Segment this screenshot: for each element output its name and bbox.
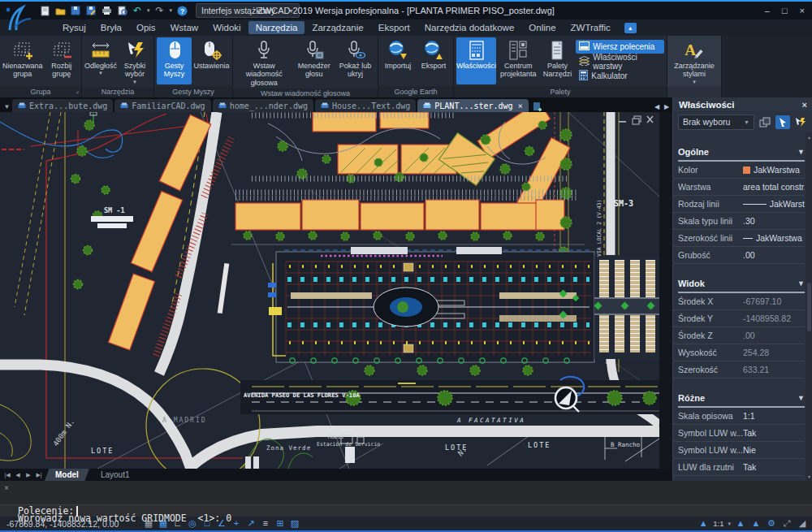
new-tab-button[interactable] [532, 101, 544, 112]
print-icon[interactable] [101, 5, 112, 16]
voice-manager-button[interactable]: Menedżer głosu [294, 37, 334, 87]
quick-select-button[interactable]: Szybki wybór ▾ [119, 37, 151, 85]
prop-row-szerokosc[interactable]: Szerokość 633.21 [673, 361, 805, 378]
doc-tab-house-text[interactable]: House...Text.dwg [315, 99, 416, 112]
mouse-gestures-button[interactable]: Gesty Myszy [157, 37, 192, 84]
prop-row-kolor[interactable]: Kolor JakWarstwa [673, 162, 805, 179]
design-center-button[interactable]: Centrum projektanta [498, 37, 539, 84]
close-tab-icon[interactable]: × [518, 102, 523, 110]
explode-group-button[interactable]: Rozbij grupę [45, 37, 79, 84]
tab-widoki[interactable]: Widoki [205, 21, 248, 34]
button-label: Nienazwana grupa [2, 62, 43, 79]
tab-wstaw[interactable]: Wstaw [163, 21, 206, 34]
select-objects-icon[interactable] [775, 115, 790, 129]
unnamed-group-button[interactable]: Nienazwana grupa [2, 37, 43, 84]
doc-tab-planta-poster[interactable]: PLANT...ster.dwg × [417, 99, 528, 112]
quick-select-small-icon[interactable] [793, 115, 808, 129]
prop-row-warstwa[interactable]: Warstwa area total constr... [673, 179, 805, 196]
close-button[interactable]: × [800, 6, 805, 15]
maximize-button[interactable]: □ [782, 6, 788, 15]
last-layout-icon[interactable]: ▶| [34, 472, 44, 478]
command-history[interactable]: × Wprowadź nową wartość GRIDMODE <1>: 0 … [0, 481, 812, 505]
prop-row-skala-opisowa[interactable]: Skala opisowa 1:1 [673, 408, 805, 425]
collapse-section-icon[interactable]: ▼ [797, 394, 805, 402]
properties-palette-button[interactable]: Właściwości [456, 37, 496, 84]
selection-dropdown[interactable]: Brak wyboru ▼ [678, 115, 754, 130]
scroll-thumb[interactable] [807, 283, 811, 331]
doc-tab-familiarcad[interactable]: FamiliarCAD.dwg [114, 99, 210, 112]
undo-icon[interactable]: ↶ [132, 5, 143, 16]
tab-online[interactable]: Online [521, 21, 563, 34]
scroll-down-icon[interactable]: ▾ [808, 474, 810, 479]
gesture-settings-button[interactable]: Ustawienia [193, 37, 230, 84]
tab-zarzadzanie[interactable]: Zarządzanie [304, 21, 370, 34]
prev-layout-icon[interactable]: ◀ [13, 472, 23, 478]
tab-narzedzia-dodatkowe[interactable]: Narzędzia dodatkowe [417, 21, 522, 34]
insert-voice-message-button[interactable]: Wstaw wiadomość głosowa [235, 37, 292, 87]
distance-button[interactable]: Odległość ▾ [84, 37, 117, 85]
doc-tab-extrattribute[interactable]: Extra...bute.dwg [12, 99, 113, 112]
scroll-tabs-left-icon[interactable]: ◀ [653, 101, 661, 112]
group-break-icon [51, 39, 72, 62]
toggle-pickadd-icon[interactable] [758, 115, 772, 129]
new-file-icon[interactable] [39, 5, 50, 16]
section-rozne[interactable]: Różne ▼ [678, 390, 805, 408]
tool-palettes-button[interactable]: Palety Narzędzi [541, 37, 575, 84]
section-widok[interactable]: Widok ▼ [678, 275, 805, 293]
tab-opis[interactable]: Opis [129, 21, 163, 34]
show-hide-voice-button[interactable]: Pokaż lub ukryj [335, 37, 375, 87]
doc-tab-list-icon[interactable]: ▼ [2, 101, 12, 112]
zwcad-logo-icon[interactable] [2, 2, 36, 35]
ge-export-button[interactable]: Eksport [417, 37, 451, 84]
tab-narzedzia[interactable]: Narzędzia [248, 21, 305, 34]
prop-row-srodek-y[interactable]: Środek Y -1408958.82 [673, 310, 805, 327]
tab-zwtraffic[interactable]: ZWTraffic [564, 21, 618, 34]
close-panel-icon[interactable]: × [802, 100, 807, 110]
open-folder-icon[interactable] [54, 5, 66, 16]
ge-import-button[interactable]: Importuj [381, 37, 415, 84]
first-layout-icon[interactable]: |◀ [2, 472, 12, 478]
command-line-toggle-button[interactable]: Wiersz polecenia [576, 40, 664, 54]
tab-rysuj[interactable]: Rysuj [55, 21, 93, 34]
scroll-tabs-right-icon[interactable]: ▶ [663, 101, 671, 112]
button-label: Centrum projektanta [498, 62, 539, 79]
close-command-icon[interactable]: × [4, 482, 9, 493]
collapse-section-icon[interactable]: ▼ [797, 148, 805, 156]
scroll-up-icon[interactable]: ▴ [808, 134, 810, 140]
prop-row-luw-rzutni[interactable]: LUW dla rzutni Tak [673, 459, 805, 476]
prop-row-symbol-luw-1[interactable]: Symbol LUW w... Tak [673, 425, 805, 442]
prop-row-wysokosc[interactable]: Wysokość 254.28 [673, 344, 805, 361]
prop-row-rodzaj-linii[interactable]: Rodzaj linii JakWarst [673, 196, 805, 213]
collapse-section-icon[interactable]: ▼ [797, 279, 805, 288]
undo-dropdown-icon[interactable]: ▾ [147, 7, 150, 14]
tab-model[interactable]: Model [45, 469, 89, 481]
ribbon-collapse-button[interactable]: ▲ [624, 23, 637, 33]
section-ogolne[interactable]: Ogólne ▼ [678, 144, 805, 162]
redo-dropdown-icon[interactable]: ▾ [170, 7, 173, 14]
style-management-button[interactable]: A Zarządzanie stylami ▾ [670, 37, 719, 85]
help-icon[interactable]: ? [176, 5, 188, 16]
label-madrid: A MADRID [162, 417, 207, 424]
prop-row-grubosc[interactable]: Grubość .00 [673, 247, 805, 264]
next-layout-icon[interactable]: ▶ [24, 472, 33, 478]
calculator-button[interactable]: Kalkulator [576, 69, 664, 83]
layer-properties-button[interactable]: Właściwości warstwy [576, 54, 664, 68]
prop-row-srodek-z[interactable]: Środek Z .00 [673, 327, 805, 344]
tab-layout1[interactable]: Layout1 [90, 469, 140, 481]
dialog-launcher-icon[interactable]: ⌟ [76, 87, 79, 94]
redo-icon[interactable]: ↷ [154, 5, 166, 16]
save-as-icon[interactable] [85, 5, 97, 16]
prop-row-symbol-luw-2[interactable]: Symbol LUW w... Nie [673, 442, 805, 459]
doc-tab-home-render[interactable]: home_...nder.dwg [213, 99, 313, 112]
tab-eksport[interactable]: Eksport [371, 21, 417, 34]
prop-row-szerokosc-linii[interactable]: Szerokość linii JakWarstwa [673, 230, 805, 247]
design-center-icon [508, 39, 529, 62]
prop-row-srodek-x[interactable]: Środek X -67697.10 [673, 293, 805, 310]
drawing-canvas[interactable]: SM -1 SM-3 VIA LOCAL 2 (V-43) AVENIDA PA… [0, 112, 659, 469]
tab-bryla[interactable]: Bryła [93, 21, 129, 34]
plot-preview-icon[interactable] [116, 5, 127, 16]
panel-scrollbar[interactable]: ▴ ▾ [806, 132, 812, 481]
minimize-button[interactable]: – [765, 6, 770, 15]
save-icon[interactable] [70, 5, 81, 16]
prop-row-skala-linii[interactable]: Skala typu linii .30 [673, 213, 805, 230]
